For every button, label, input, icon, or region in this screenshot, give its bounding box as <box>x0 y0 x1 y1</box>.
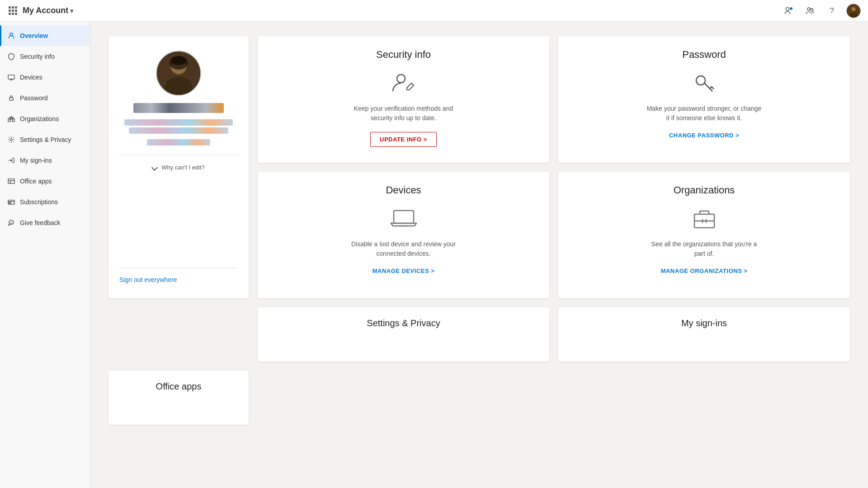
sign-out-everywhere-link[interactable]: Sign out everywhere <box>119 276 177 283</box>
manage-organizations-link[interactable]: MANAGE ORGANIZATIONS > <box>661 267 748 274</box>
cards-grid: Why can't I edit? Sign out everywhere Se… <box>108 36 850 298</box>
waffle-grid <box>9 6 17 15</box>
avatar-image <box>847 4 860 18</box>
chevron-down-icon <box>151 164 158 170</box>
waffle-menu-icon[interactable] <box>7 5 18 16</box>
settings-privacy-partial-title: Settings & Privacy <box>367 318 440 328</box>
sidebar-item-subscriptions-label: Subscriptions <box>20 198 58 206</box>
svg-point-28 <box>9 220 14 225</box>
sidebar-item-my-sign-ins[interactable]: My sign-ins <box>0 150 90 171</box>
security-info-icon <box>7 52 15 61</box>
svg-point-7 <box>852 7 855 11</box>
organizations-icon <box>7 115 15 123</box>
sidebar-item-sign-ins-label: My sign-ins <box>20 157 52 164</box>
profile-sign-out-section: Sign out everywhere <box>119 268 238 284</box>
password-card: Password Make your password stronger, or… <box>558 36 850 163</box>
security-info-card-title: Security info <box>376 49 431 61</box>
overview-icon <box>7 32 15 40</box>
svg-point-38 <box>696 76 705 85</box>
svg-point-3 <box>811 8 813 10</box>
devices-card: Devices Disable a lost device and review… <box>258 172 549 298</box>
sidebar: Overview Security info Devices Password <box>0 22 90 488</box>
security-info-card-description: Keep your verification methods and secur… <box>345 104 462 123</box>
svg-rect-22 <box>8 179 14 183</box>
sidebar-item-give-feedback-label: Give feedback <box>20 219 61 226</box>
sidebar-item-overview-label: Overview <box>20 32 48 39</box>
sidebar-item-organizations-label: Organizations <box>20 115 59 122</box>
sidebar-item-devices-label: Devices <box>20 74 42 81</box>
password-card-description: Make your password stronger, or change i… <box>646 104 763 123</box>
settings-privacy-partial-card: Settings & Privacy <box>258 307 549 361</box>
svg-point-33 <box>165 77 192 96</box>
profile-name-blurred <box>133 103 224 113</box>
office-apps-partial-card: Office apps <box>108 371 249 425</box>
my-sign-ins-partial-card: My sign-ins <box>558 307 850 361</box>
svg-rect-12 <box>9 98 13 100</box>
why-cant-edit-label: Why can't I edit? <box>161 164 205 171</box>
sidebar-item-security-info-label: Security info <box>20 53 55 60</box>
sidebar-item-devices[interactable]: Devices <box>0 67 90 88</box>
sidebar-item-password[interactable]: Password <box>0 88 90 108</box>
sidebar-item-settings-privacy[interactable]: Settings & Privacy <box>0 129 90 150</box>
organizations-card-icon <box>691 205 718 232</box>
subscriptions-icon <box>7 198 15 206</box>
svg-point-36 <box>170 57 188 70</box>
people-icon[interactable] <box>803 4 817 18</box>
sidebar-item-overview[interactable]: Overview <box>0 25 90 46</box>
topnav: My Account ▾ ? <box>0 0 868 22</box>
chevron-down-icon: ▾ <box>70 7 73 14</box>
sidebar-item-security-info[interactable]: Security info <box>0 46 90 67</box>
profile-extra-blurred <box>147 137 210 147</box>
svg-point-1 <box>790 7 793 10</box>
svg-rect-39 <box>394 211 414 223</box>
my-sign-ins-icon <box>7 156 15 164</box>
user-avatar[interactable] <box>846 4 861 18</box>
svg-point-0 <box>786 7 789 10</box>
svg-point-8 <box>10 33 13 36</box>
give-feedback-icon <box>7 219 15 227</box>
sidebar-item-subscriptions[interactable]: Subscriptions <box>0 192 90 212</box>
my-sign-ins-partial-title: My sign-ins <box>681 318 727 328</box>
profile-email-blurred <box>124 117 233 136</box>
password-card-title: Password <box>682 49 726 61</box>
devices-card-icon <box>390 205 417 232</box>
office-apps-icon <box>7 177 15 185</box>
sidebar-item-office-apps-label: Office apps <box>20 178 52 185</box>
bottom-cards-row: Settings & Privacy My sign-ins Office ap… <box>108 307 850 425</box>
devices-card-description: Disable a lost device and review your co… <box>345 239 462 258</box>
svg-point-37 <box>397 75 405 83</box>
security-info-card: Security info Keep your verification met… <box>258 36 549 163</box>
svg-rect-27 <box>9 202 11 203</box>
sidebar-item-office-apps[interactable]: Office apps <box>0 171 90 192</box>
sidebar-item-settings-privacy-label: Settings & Privacy <box>20 136 71 143</box>
devices-icon <box>7 73 15 81</box>
change-password-link[interactable]: CHANGE PASSWORD > <box>669 132 739 139</box>
sidebar-item-give-feedback[interactable]: Give feedback <box>0 212 90 233</box>
devices-card-title: Devices <box>386 184 421 196</box>
office-apps-partial-title: Office apps <box>156 381 202 392</box>
profile-card: Why can't I edit? Sign out everywhere <box>108 36 249 298</box>
main-content: Why can't I edit? Sign out everywhere Se… <box>90 22 868 488</box>
sidebar-item-organizations[interactable]: Organizations <box>0 108 90 129</box>
app-title[interactable]: My Account ▾ <box>23 6 73 15</box>
profile-divider <box>119 155 238 155</box>
settings-privacy-icon <box>7 136 15 144</box>
profile-avatar <box>156 51 201 96</box>
svg-point-2 <box>807 8 810 10</box>
organizations-card: Organizations See all the organizations … <box>558 172 850 298</box>
notification-icon[interactable] <box>781 4 796 18</box>
security-info-card-icon <box>390 70 417 97</box>
sidebar-item-password-label: Password <box>20 94 47 102</box>
svg-point-20 <box>10 139 12 141</box>
update-info-button[interactable]: UPDATE INFO > <box>370 132 437 147</box>
topnav-left: My Account ▾ <box>7 5 73 16</box>
password-card-icon <box>691 70 718 97</box>
organizations-card-description: See all the organizations that you're a … <box>646 239 763 258</box>
why-cant-edit-button[interactable]: Why can't I edit? <box>152 164 205 171</box>
password-icon <box>7 94 15 102</box>
help-icon[interactable]: ? <box>825 4 839 18</box>
topnav-right: ? <box>781 4 861 18</box>
svg-rect-9 <box>8 75 14 79</box>
manage-devices-link[interactable]: MANAGE DEVICES > <box>373 267 435 274</box>
organizations-card-title: Organizations <box>674 184 735 196</box>
